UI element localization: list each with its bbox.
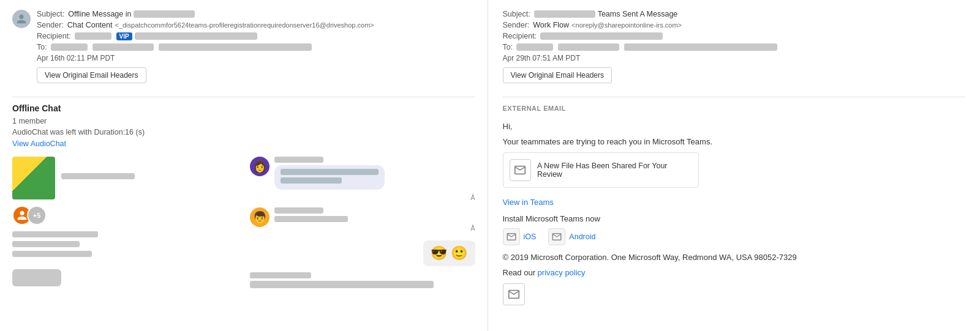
install-section: Install Microsoft Teams now iOS bbox=[503, 214, 966, 245]
chat-redacted-text-2 bbox=[274, 216, 348, 222]
image-tile bbox=[12, 157, 55, 199]
right-divider bbox=[503, 97, 966, 97]
android-icon bbox=[548, 228, 565, 245]
to-redacted-3 bbox=[159, 43, 312, 51]
right-to-redacted-3 bbox=[624, 43, 777, 51]
redacted-line-4 bbox=[12, 251, 92, 257]
right-panel: Subject: Teams Sent A Message Sender: Wo… bbox=[488, 0, 981, 331]
more-redacted bbox=[250, 272, 475, 291]
redacted-block bbox=[12, 269, 61, 286]
redacted-line-2 bbox=[12, 231, 98, 237]
view-headers-button-right[interactable]: View Original Email Headers bbox=[503, 67, 612, 83]
view-audio-link[interactable]: View AudioChat bbox=[12, 139, 66, 148]
left-header-info: Subject: Offline Message in Sender: Chat… bbox=[37, 10, 475, 91]
bubble-redacted-1 bbox=[281, 169, 379, 175]
file-share-box: A New File Has Been Shared For Your Revi… bbox=[503, 152, 699, 188]
char-indicator-2: Å bbox=[274, 225, 475, 232]
chat-col-right: 👩 Å 👦 bbox=[250, 157, 475, 291]
right-recipient-redacted bbox=[540, 32, 663, 40]
left-header: Subject: Offline Message in Sender: Chat… bbox=[12, 10, 475, 91]
email-body-text: Your teammates are trying to reach you i… bbox=[503, 137, 966, 146]
right-subject-redacted bbox=[534, 10, 595, 18]
recipient-redacted-2 bbox=[135, 32, 257, 40]
chat-bubble-1 bbox=[274, 165, 385, 190]
right-to-row: To: bbox=[503, 43, 966, 51]
view-in-teams-link[interactable]: View in Teams bbox=[503, 198, 966, 207]
subject-label: Subject: bbox=[37, 10, 64, 18]
to-label: To: bbox=[37, 43, 47, 51]
recipient-row: Recipient: VIP bbox=[37, 32, 475, 40]
to-redacted-1 bbox=[51, 43, 88, 51]
audio-info: AudioChat was left with Duration:16 (s) bbox=[12, 128, 475, 136]
right-to-label: To: bbox=[503, 43, 513, 51]
ios-link[interactable]: iOS bbox=[503, 228, 537, 245]
file-share-text: A New File Has Been Shared For Your Revi… bbox=[537, 162, 692, 179]
email-greeting: Hi, bbox=[503, 122, 966, 131]
redacted-more-1 bbox=[250, 272, 311, 278]
right-subject-suffix: Teams Sent A Message bbox=[598, 10, 678, 18]
vip-badge: VIP bbox=[116, 32, 132, 40]
privacy-row: Read our privacy policy bbox=[503, 268, 966, 277]
right-subject-label: Subject: bbox=[503, 10, 530, 18]
chat-avatar-2: 👦 bbox=[250, 207, 270, 227]
subject-redacted bbox=[134, 10, 195, 18]
emoji-row: 😎 🙂 bbox=[250, 240, 475, 266]
avatar-group-row: +5 bbox=[12, 206, 238, 225]
to-redacted-2 bbox=[92, 43, 154, 51]
platform-links: iOS Android bbox=[503, 228, 966, 245]
right-timestamp: Apr 29th 07:51 AM PDT bbox=[503, 54, 966, 62]
chat-row-1: 👩 Å bbox=[250, 157, 475, 201]
image-row bbox=[12, 157, 238, 199]
file-share-icon bbox=[510, 159, 531, 181]
ios-icon bbox=[503, 228, 520, 245]
view-headers-button-left[interactable]: View Original Email Headers bbox=[37, 67, 146, 83]
chat-bubble-group-2: Å bbox=[274, 207, 475, 232]
avatar-group: +5 bbox=[12, 206, 47, 225]
left-divider bbox=[12, 97, 475, 97]
chat-content: Offline Chat 1 member AudioChat was left… bbox=[12, 103, 475, 291]
redacted-line-3 bbox=[12, 241, 80, 247]
copyright-text: © 2019 Microsoft Corporation. One Micros… bbox=[503, 253, 966, 262]
sender-avatar bbox=[12, 10, 31, 28]
chat-col-left: +5 bbox=[12, 157, 238, 289]
sender-name: Chat Content bbox=[67, 21, 113, 29]
member-count: 1 member bbox=[12, 117, 475, 125]
android-link[interactable]: Android bbox=[548, 228, 595, 245]
subject-row: Subject: Offline Message in bbox=[37, 10, 475, 18]
redacted-lines-block bbox=[12, 231, 238, 261]
redacted-wide bbox=[12, 269, 238, 289]
external-label: EXTERNAL EMAIL bbox=[503, 105, 966, 112]
right-to-redacted-2 bbox=[558, 43, 619, 51]
image-text-block bbox=[61, 173, 238, 183]
recipient-redacted-1 bbox=[75, 32, 111, 40]
redacted-line-1 bbox=[61, 173, 135, 179]
to-row: To: bbox=[37, 43, 475, 51]
chat-avatar-1: 👩 bbox=[250, 157, 270, 176]
chat-redacted-name-1 bbox=[274, 157, 323, 163]
right-sender-label: Sender: bbox=[503, 21, 530, 29]
offline-chat-title: Offline Chat bbox=[12, 103, 475, 113]
emoji-bubble: 😎 🙂 bbox=[423, 240, 475, 266]
right-recipient-row: Recipient: bbox=[503, 32, 966, 40]
privacy-link[interactable]: privacy policy bbox=[538, 268, 586, 277]
left-panel: Subject: Offline Message in Sender: Chat… bbox=[0, 0, 488, 331]
subject-value: Offline Message in bbox=[68, 10, 131, 18]
email-body: Hi, Your teammates are trying to reach y… bbox=[503, 122, 966, 305]
bubble-redacted-2 bbox=[281, 177, 342, 184]
right-subject-row: Subject: Teams Sent A Message bbox=[503, 10, 966, 18]
right-to-redacted-1 bbox=[516, 43, 553, 51]
redacted-more-2 bbox=[250, 281, 434, 288]
sender-row: Sender: Chat Content <_dispatchcommfor56… bbox=[37, 21, 475, 29]
ios-label: iOS bbox=[524, 232, 537, 241]
sender-email: <_dispatchcommfor5624teams-profileregist… bbox=[115, 21, 374, 29]
right-sender-name: Work Flow bbox=[533, 21, 569, 29]
left-timestamp: Apr 16th 02:11 PM PDT bbox=[37, 54, 475, 62]
char-indicator-1: Å bbox=[274, 194, 475, 201]
bottom-email-icon bbox=[503, 283, 525, 305]
right-header-info: Subject: Teams Sent A Message Sender: Wo… bbox=[503, 10, 966, 91]
android-label: Android bbox=[569, 232, 595, 241]
right-sender-email: <noreply@sharepointonline-irs.com> bbox=[571, 21, 682, 29]
privacy-prefix: Read our bbox=[503, 268, 538, 277]
recipient-label: Recipient: bbox=[37, 32, 71, 40]
sender-label: Sender: bbox=[37, 21, 64, 29]
